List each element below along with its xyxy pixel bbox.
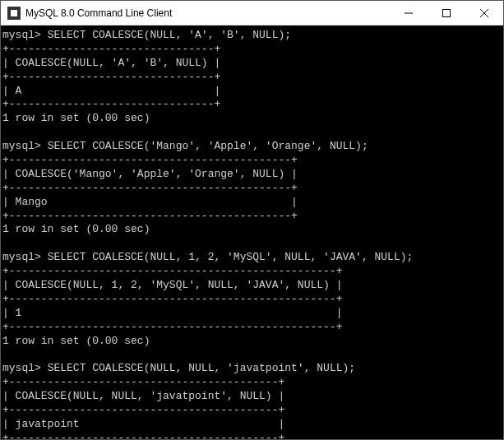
result-footer: 1 row in set (0.00 sec) <box>2 335 150 347</box>
table-border: +---------------------------------------… <box>2 432 284 439</box>
query-line-4: mysql> SELECT COALESCE(NULL, NULL, 'java… <box>2 362 355 374</box>
result-footer: 1 row in set (0.00 sec) <box>2 112 150 124</box>
table-border: +--------------------------------+ <box>2 71 220 83</box>
table-header: | COALESCE(NULL, 1, 2, 'MySQL', NULL, 'J… <box>2 279 342 291</box>
app-icon <box>7 7 21 20</box>
table-row: | A | <box>2 85 220 97</box>
window-controls <box>390 1 503 25</box>
window-title: MySQL 8.0 Command Line Client <box>25 7 390 19</box>
table-border: +---------------------------------------… <box>2 404 284 416</box>
table-row: | 1 | <box>2 307 342 319</box>
query-line-1: mysql> SELECT COALESCE(NULL, 'A', 'B', N… <box>2 29 291 41</box>
table-border: +---------------------------------------… <box>2 182 298 194</box>
maximize-button[interactable] <box>428 1 465 25</box>
table-border: +---------------------------------------… <box>2 293 342 305</box>
terminal-output[interactable]: mysql> SELECT COALESCE(NULL, 'A', 'B', N… <box>1 25 503 439</box>
table-border: +---------------------------------------… <box>2 210 298 222</box>
query-line-2: mysql> SELECT COALESCE('Mango', 'Apple',… <box>2 140 368 152</box>
title-bar: MySQL 8.0 Command Line Client <box>1 1 503 25</box>
table-border: +--------------------------------+ <box>2 43 220 55</box>
table-header: | COALESCE(NULL, 'A', 'B', NULL) | <box>2 57 220 69</box>
table-header: | COALESCE('Mango', 'Apple', 'Orange', N… <box>2 168 298 180</box>
table-border: +---------------------------------------… <box>2 321 342 333</box>
table-border: +---------------------------------------… <box>2 265 342 277</box>
table-border: +---------------------------------------… <box>2 154 298 166</box>
table-border: +---------------------------------------… <box>2 376 284 388</box>
result-footer: 1 row in set (0.00 sec) <box>2 223 150 235</box>
query-line-3: mysql> SELECT COALESCE(NULL, 1, 2, 'MySQ… <box>2 251 413 263</box>
svg-rect-2 <box>443 9 451 16</box>
table-header: | COALESCE(NULL, NULL, 'javatpoint', NUL… <box>2 390 284 402</box>
table-row: | Mango | <box>2 196 298 208</box>
table-border: +--------------------------------+ <box>2 98 220 110</box>
minimize-button[interactable] <box>390 1 428 25</box>
svg-rect-0 <box>11 10 17 16</box>
table-row: | javatpoint | <box>2 418 284 430</box>
close-button[interactable] <box>465 1 503 25</box>
